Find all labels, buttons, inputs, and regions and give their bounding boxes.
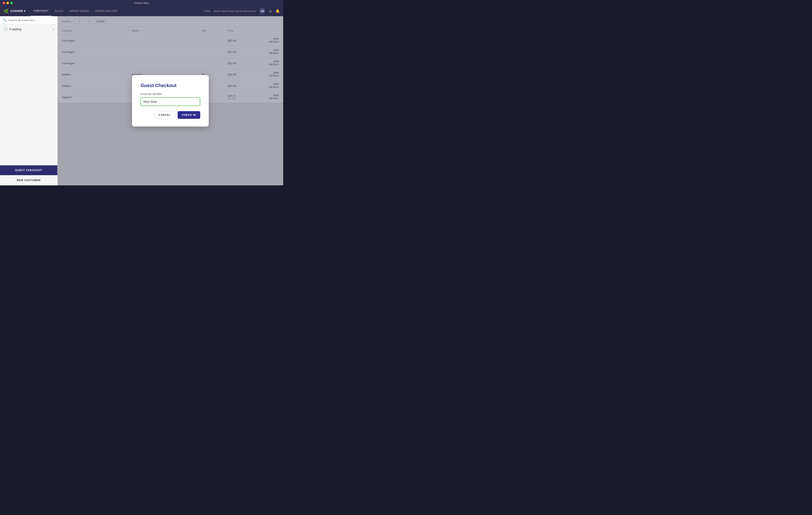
new-customer-button[interactable]: NEW CUSTOMER bbox=[0, 175, 57, 185]
guest-checkout-modal: Guest Checkout Customer Identifier CANCE… bbox=[132, 75, 209, 127]
avatar[interactable]: LM bbox=[259, 8, 265, 14]
print-icon[interactable]: 🖨 bbox=[269, 9, 272, 13]
minimize-dot[interactable] bbox=[6, 2, 9, 4]
waiting-count: 🕐 0 waiting ‹ bbox=[0, 24, 57, 34]
clock-icon: 🕐 bbox=[3, 27, 8, 31]
nav-order-builder[interactable]: ORDER BUILDER bbox=[92, 6, 120, 16]
modal-title: Guest Checkout bbox=[141, 83, 200, 88]
content-area: Med/Rec ▾ ▾ CLEAR Category Brand Qty bbox=[58, 16, 283, 185]
window-title: Flowhub Maui bbox=[134, 2, 149, 4]
navbar: 🌿 CASHIER ▾ CHECKOUT SALES ORDER AHEAD O… bbox=[0, 6, 283, 16]
maximize-dot[interactable] bbox=[10, 2, 13, 4]
modal-overlay: Guest Checkout Customer Identifier CANCE… bbox=[58, 16, 283, 185]
search-icon: 🔍 bbox=[3, 18, 7, 22]
cashier-nav-item[interactable]: CASHIER ▾ bbox=[10, 9, 25, 12]
search-bar: 🔍 bbox=[0, 16, 57, 24]
guest-checkout-button[interactable]: GUEST CHECKOUT bbox=[0, 165, 57, 175]
logo-icon: 🌿 bbox=[3, 8, 9, 13]
collapse-icon[interactable]: ‹ bbox=[53, 27, 54, 31]
modal-field-label: Customer Identifier bbox=[141, 92, 200, 96]
notification-icon[interactable]: 🔔 bbox=[276, 9, 280, 13]
store-selector[interactable]: Boston Weed Party | Boston Weed Party bbox=[214, 10, 256, 12]
main-layout: 🔍 🕐 0 waiting ‹ GUEST CHECKOUT NEW CUSTO… bbox=[0, 16, 283, 185]
cashier-chevron-icon: ▾ bbox=[24, 9, 25, 12]
help-button[interactable]: ? Help bbox=[203, 9, 210, 12]
cancel-button[interactable]: CANCEL bbox=[154, 111, 175, 119]
help-icon: ? bbox=[203, 9, 204, 12]
modal-actions: CANCEL CHECK IN bbox=[141, 111, 200, 119]
nav-right: ? Help Boston Weed Party | Boston Weed P… bbox=[203, 8, 280, 14]
nav-sales[interactable]: SALES bbox=[52, 6, 66, 16]
customer-identifier-input[interactable] bbox=[141, 97, 200, 106]
check-in-button[interactable]: CHECK IN bbox=[178, 111, 200, 119]
close-dot[interactable] bbox=[3, 2, 5, 4]
search-input[interactable] bbox=[8, 19, 54, 22]
sidebar: 🔍 🕐 0 waiting ‹ GUEST CHECKOUT NEW CUSTO… bbox=[0, 16, 58, 185]
window-chrome: Flowhub Maui bbox=[0, 0, 283, 6]
nav-order-ahead[interactable]: ORDER AHEAD bbox=[66, 6, 92, 16]
nav-checkout[interactable]: CHECKOUT bbox=[30, 6, 52, 16]
sidebar-bottom: GUEST CHECKOUT NEW CUSTOMER bbox=[0, 165, 57, 185]
